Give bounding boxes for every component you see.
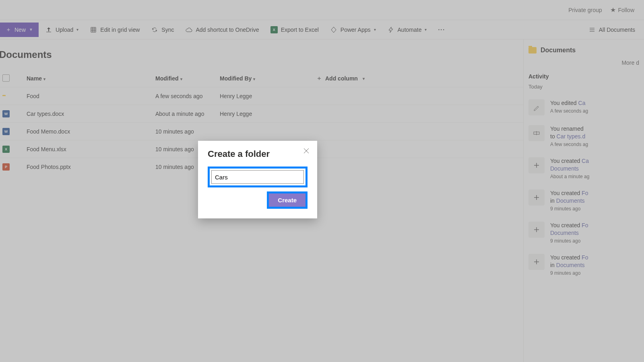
create-folder-dialog: Create a folder Create (198, 141, 317, 218)
folder-name-highlight (208, 167, 308, 187)
close-button[interactable] (302, 146, 311, 155)
create-button-highlight: Create (267, 191, 308, 209)
modal-overlay (0, 0, 644, 362)
dialog-title: Create a folder (208, 149, 308, 159)
folder-name-input[interactable] (211, 170, 304, 184)
create-button[interactable]: Create (269, 193, 305, 207)
